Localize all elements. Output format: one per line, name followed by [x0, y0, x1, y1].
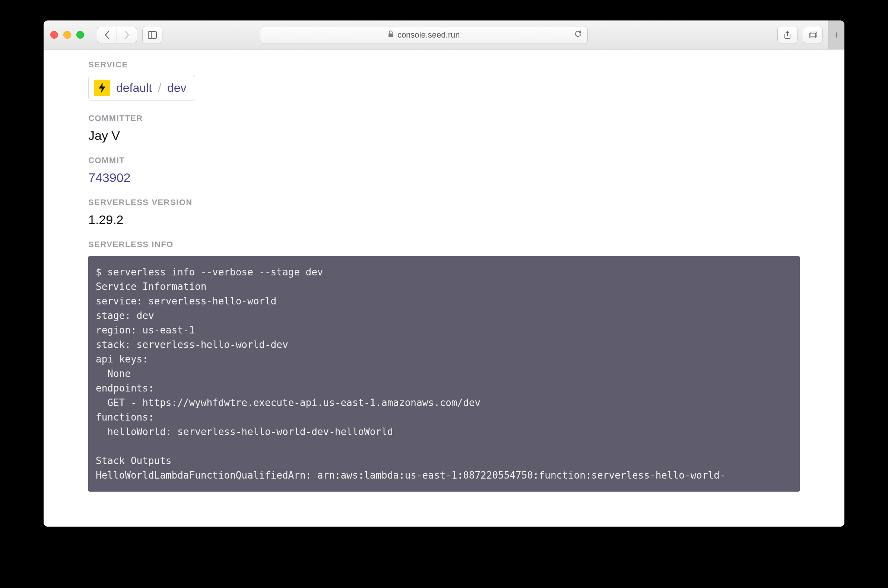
- committer-label: COMMITTER: [88, 114, 800, 123]
- toolbar-right-group: [777, 27, 823, 43]
- new-tab-button[interactable]: +: [828, 21, 844, 49]
- svg-rect-0: [148, 32, 157, 38]
- browser-toolbar: console.seed.run +: [44, 21, 844, 50]
- show-tabs-button[interactable]: [803, 27, 823, 43]
- browser-window: console.seed.run + SERVICE: [44, 21, 844, 526]
- page-content: SERVICE default / dev COMMITTER Jay V CO…: [44, 50, 844, 526]
- service-breadcrumb: default / dev: [88, 75, 195, 101]
- svg-rect-2: [388, 33, 393, 37]
- commit-value[interactable]: 743902: [88, 171, 800, 185]
- breadcrumb-separator: /: [158, 81, 161, 95]
- address-bar[interactable]: console.seed.run: [260, 26, 588, 44]
- minimize-window-button[interactable]: [63, 31, 71, 39]
- service-label: SERVICE: [88, 60, 800, 70]
- serverless-version-label: SERVERLESS VERSION: [88, 198, 800, 207]
- show-sidebar-button[interactable]: [142, 27, 163, 43]
- service-stage-link[interactable]: dev: [167, 81, 187, 95]
- serverless-version-value: 1.29.2: [88, 213, 800, 227]
- close-window-button[interactable]: [50, 31, 58, 39]
- service-name-link[interactable]: default: [116, 81, 152, 95]
- back-button[interactable]: [97, 27, 117, 43]
- forward-button[interactable]: [117, 27, 137, 43]
- bolt-icon: [94, 80, 110, 96]
- committer-value: Jay V: [88, 128, 800, 143]
- maximize-window-button[interactable]: [76, 31, 84, 39]
- nav-button-group: [97, 27, 137, 43]
- address-bar-text: console.seed.run: [397, 30, 460, 40]
- serverless-info-output: $ serverless info --verbose --stage dev …: [88, 256, 800, 492]
- lock-icon: [388, 30, 394, 39]
- commit-label: COMMIT: [88, 156, 800, 165]
- window-controls: [50, 31, 84, 39]
- reload-button[interactable]: [574, 30, 582, 40]
- serverless-info-label: SERVERLESS INFO: [88, 240, 800, 249]
- sidebar-button-group: [142, 27, 163, 43]
- share-button[interactable]: [777, 27, 798, 43]
